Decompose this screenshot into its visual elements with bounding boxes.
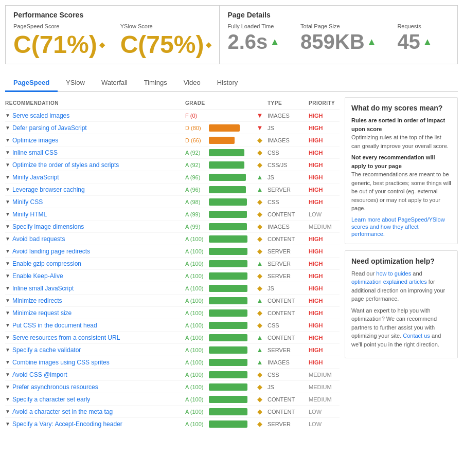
scores-meaning-text1: Rules are sorted in order of impact upon… [351, 116, 451, 150]
tab-yslow[interactable]: YSlow [58, 75, 93, 92]
performance-title: Performance Scores [13, 11, 211, 19]
rec-name[interactable]: ▼ Optimize the order of styles and scrip… [5, 161, 185, 169]
grade-wrapper: D (80) [185, 124, 252, 132]
grade-text: D (66) [185, 137, 207, 143]
type-value: IMAGES [268, 113, 309, 119]
table-row: ▼ Combine images using CSS sprites A (10… [5, 356, 340, 369]
tab-video[interactable]: Video [175, 75, 209, 92]
grade-text: A (100) [185, 261, 207, 267]
rec-name[interactable]: ▼ Minimize redirects [5, 297, 185, 304]
grade-text: A (100) [185, 236, 207, 242]
tab-waterfall[interactable]: Waterfall [93, 75, 136, 92]
grade-text: A (100) [185, 372, 207, 378]
grade-wrapper: A (100) [185, 309, 252, 317]
icon-col: ◆ [252, 210, 268, 218]
icon-col: ◆ [252, 235, 268, 243]
diamond-icon: ◆ [257, 235, 262, 243]
grade-bar [209, 383, 247, 391]
col-header-grade: GRADE [185, 100, 252, 106]
grade-text: A (96) [185, 187, 207, 193]
table-row: ▼ Inline small CSS A (92) ◆ CSS HIGH [5, 147, 340, 159]
grade-text: A (100) [185, 347, 207, 353]
grade-wrapper: A (100) [185, 420, 252, 428]
arrow-up-icon: ▲ [257, 358, 263, 366]
table-row: ▼ Optimize the order of styles and scrip… [5, 159, 340, 171]
priority-value: HIGH [309, 298, 340, 304]
chevron-icon: ▼ [5, 396, 10, 402]
rec-name[interactable]: ▼ Leverage browser caching [5, 186, 185, 193]
tab-timings[interactable]: Timings [136, 75, 175, 92]
table-row: ▼ Prefer asynchronous resources A (100) … [5, 381, 340, 393]
rec-name[interactable]: ▼ Enable Keep-Alive [5, 272, 185, 280]
priority-value: LOW [309, 421, 340, 427]
rec-name[interactable]: ▼ Inline small JavaScript [5, 285, 185, 292]
rec-name[interactable]: ▼ Defer parsing of JavaScript [5, 124, 185, 132]
rec-name[interactable]: ▼ Minify HTML [5, 211, 185, 218]
rec-name[interactable]: ▼ Avoid CSS @import [5, 371, 185, 378]
rec-name[interactable]: ▼ Specify image dimensions [5, 223, 185, 230]
rec-name[interactable]: ▼ Put CSS in the document head [5, 322, 185, 329]
chevron-icon: ▼ [5, 384, 10, 390]
rec-name[interactable]: ▼ Minimize request size [5, 309, 185, 317]
scores-meaning-text2: Not every recommendation will apply to y… [351, 153, 451, 213]
grade-wrapper: A (100) [185, 248, 252, 255]
rec-name[interactable]: ▼ Serve scaled images [5, 112, 185, 119]
grade-text: A (100) [185, 248, 207, 254]
rec-name[interactable]: ▼ Optimize images [5, 137, 185, 144]
diamond-icon: ◆ [257, 223, 262, 230]
rec-name[interactable]: ▼ Specify a character set early [5, 396, 185, 403]
tab-history[interactable]: History [209, 75, 246, 92]
how-to-guides-link[interactable]: how to guides [376, 270, 411, 277]
rec-name[interactable]: ▼ Avoid landing page redirects [5, 248, 185, 255]
table-row: ▼ Specify a cache validator A (100) ▲ SE… [5, 344, 340, 356]
grade-text: A (100) [185, 409, 207, 415]
grade-text: A (100) [185, 273, 207, 279]
grade-text: A (99) [185, 224, 207, 230]
rec-name[interactable]: ▼ Specify a Vary: Accept-Encoding header [5, 420, 185, 428]
contact-us-link[interactable]: Contact us [403, 333, 430, 339]
rec-name[interactable]: ▼ Avoid bad requests [5, 235, 185, 243]
grade-wrapper: A (100) [185, 322, 252, 329]
priority-value: MEDIUM [309, 372, 340, 378]
priority-value: HIGH [309, 199, 340, 205]
rec-name[interactable]: ▼ Minify JavaScript [5, 174, 185, 181]
table-row: ▼ Minify JavaScript A (96) ▲ JS HIGH [5, 171, 340, 184]
col-header-recommendation: RECOMMENDATION [5, 100, 185, 106]
arrow-up-icon: ▲ [257, 334, 263, 341]
rec-name[interactable]: ▼ Avoid a character set in the meta tag [5, 408, 185, 415]
optimization-help-text2: Want an expert to help you with optimiza… [351, 306, 451, 349]
rec-name[interactable]: ▼ Prefer asynchronous resources [5, 383, 185, 391]
pagespeed-value: C(71%) ◆ [13, 30, 105, 59]
grade-bar [209, 198, 247, 206]
type-value: CONTENT [268, 335, 309, 341]
rec-name[interactable]: ▼ Enable gzip compression [5, 260, 185, 267]
page-size-label: Total Page Size [300, 23, 377, 29]
rec-name[interactable]: ▼ Serve resources from a consistent URL [5, 334, 185, 341]
optimization-help-box: Need optimization help? Read our how to … [345, 250, 458, 359]
grade-wrapper: A (100) [185, 408, 252, 415]
icon-col: ▲ [252, 297, 268, 304]
diamond-icon: ◆ [257, 247, 262, 255]
optimization-articles-link[interactable]: optimization explained articles [351, 279, 427, 285]
chevron-icon: ▼ [5, 335, 10, 340]
scores-meaning-link[interactable]: Learn more about PageSpeed/YSlow scores … [351, 216, 445, 237]
rec-name[interactable]: ▼ Combine images using CSS sprites [5, 359, 185, 366]
diamond-icon: ◆ [257, 136, 262, 144]
rec-name[interactable]: ▼ Specify a cache validator [5, 346, 185, 354]
yslow-value: C(75%) ◆ [120, 30, 212, 59]
loaded-time-label: Fully Loaded Time [227, 23, 280, 29]
chevron-icon: ▼ [5, 224, 10, 229]
priority-value: HIGH [309, 347, 340, 353]
chevron-icon: ▼ [5, 285, 10, 291]
rec-name[interactable]: ▼ Inline small CSS [5, 149, 185, 156]
tab-pagespeed[interactable]: PageSpeed [5, 75, 58, 92]
pagespeed-diamond-icon: ◆ [99, 41, 105, 49]
icon-col: ▼ [252, 112, 268, 119]
priority-value: HIGH [309, 174, 340, 180]
rec-name[interactable]: ▼ Minify CSS [5, 198, 185, 206]
table-row: ▼ Avoid landing page redirects A (100) ◆… [5, 245, 340, 258]
grade-wrapper: A (100) [185, 297, 252, 304]
chevron-icon: ▼ [5, 162, 10, 168]
icon-col: ▼ [252, 124, 268, 132]
chevron-icon: ▼ [5, 150, 10, 155]
